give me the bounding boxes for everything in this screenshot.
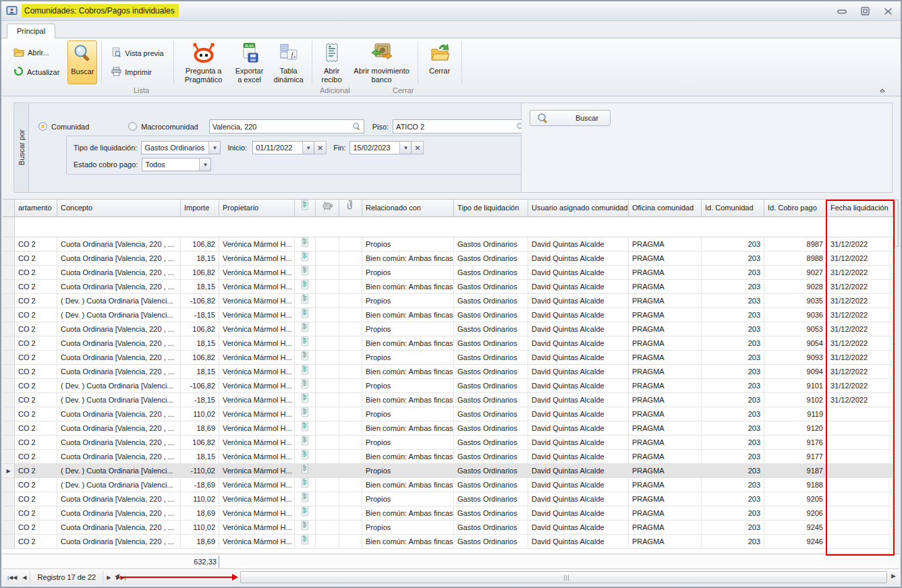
table-row[interactable]: CO 2Cuota Ordinaria [Valencia, 220 , ...… (3, 266, 899, 280)
cell-recibo[interactable] (295, 308, 316, 322)
cell-oficina[interactable]: PRAGMA (629, 252, 702, 266)
cell-propietario[interactable]: Verónica Mármol H... (219, 280, 295, 294)
abrir-button[interactable]: Abrir... (11, 46, 62, 59)
cell-oficina[interactable]: PRAGMA (629, 294, 702, 308)
cell-recibo[interactable] (295, 365, 316, 379)
maximize-icon[interactable] (859, 6, 871, 16)
clear-x-icon[interactable]: ✕ (314, 141, 327, 154)
cell-propietario[interactable]: Verónica Mármol H... (219, 464, 295, 478)
cell-tipo[interactable]: Gastos Ordinarios (454, 308, 528, 322)
cell-recibo[interactable] (295, 294, 316, 308)
cell-id_cobro[interactable]: 9205 (764, 492, 827, 506)
cell-propietario[interactable]: Verónica Mármol H... (219, 336, 295, 351)
cell-concepto[interactable]: Cuota Ordinaria [Valencia, 220 , ... (57, 535, 181, 549)
cell-departamento[interactable]: CO 2 (15, 351, 57, 365)
cell-concepto[interactable]: Cuota Ordinaria [Valencia, 220 , ... (57, 436, 181, 450)
comunidad-radio[interactable] (38, 122, 47, 131)
column-header-propietario[interactable]: Propietario (219, 199, 295, 217)
cell-relacionado[interactable]: Propios (362, 351, 454, 365)
cell-id_cobro[interactable]: 9187 (764, 464, 827, 478)
cell-departamento[interactable]: CO 2 (15, 506, 57, 521)
column-header-relacionado[interactable]: Relacionado con (362, 199, 454, 217)
cell-importe[interactable]: 110,02 (181, 521, 219, 535)
fin-date-input[interactable]: 15/02/2023 ▼ (349, 141, 412, 154)
cell-id_cobro[interactable]: 9094 (764, 365, 827, 379)
cell-relacionado[interactable]: Bien común: Ambas fincas (362, 308, 454, 322)
receipt-icon[interactable] (301, 436, 309, 450)
cell-importe[interactable]: 106,82 (181, 436, 219, 450)
cell-adjunto[interactable] (339, 535, 362, 549)
cell-id_cobro[interactable]: 9036 (764, 308, 827, 322)
cell-oficina[interactable]: PRAGMA (629, 535, 702, 549)
cell-oficina[interactable]: PRAGMA (629, 365, 702, 379)
column-header-adjunto[interactable] (339, 199, 362, 217)
cell-oficina[interactable]: PRAGMA (629, 521, 702, 535)
cell-importe[interactable]: 106,82 (181, 351, 219, 365)
cell-usuario[interactable]: David Quintas Alcalde (528, 407, 629, 421)
cell-id_comunidad[interactable]: 203 (702, 492, 764, 506)
cell-adjunto[interactable] (339, 436, 362, 450)
cell-tipo[interactable]: Gastos Ordinarios (454, 351, 528, 365)
column-header-recibo[interactable] (295, 199, 316, 217)
cell-importe[interactable]: -18,15 (181, 308, 219, 322)
cell-oficina[interactable]: PRAGMA (629, 450, 702, 464)
receipt-icon[interactable] (301, 379, 309, 393)
table-row[interactable]: CO 2Cuota Ordinaria [Valencia, 220 , ...… (3, 492, 899, 506)
cell-id_cobro[interactable]: 9188 (764, 478, 827, 492)
cell-usuario[interactable]: David Quintas Alcalde (528, 351, 629, 365)
cell-adjunto[interactable] (339, 351, 362, 365)
cell-recibo[interactable] (295, 280, 316, 294)
table-row[interactable]: CO 2( Dev. ) Cuota Ordinaria [Valenci...… (3, 393, 899, 407)
cell-recibo[interactable] (295, 322, 316, 336)
table-row[interactable]: CO 2Cuota Ordinaria [Valencia, 220 , ...… (3, 252, 899, 266)
receipt-icon[interactable] (301, 365, 309, 379)
cell-banco[interactable] (316, 308, 339, 322)
cell-importe[interactable]: -106,82 (181, 294, 219, 308)
cell-adjunto[interactable] (339, 393, 362, 407)
cell-departamento[interactable]: CO 2 (15, 336, 57, 351)
cell-banco[interactable] (316, 336, 339, 351)
cell-id_comunidad[interactable]: 203 (702, 436, 764, 450)
cell-propietario[interactable]: Verónica Mármol H... (219, 506, 295, 521)
cell-departamento[interactable]: CO 2 (15, 266, 57, 280)
cell-id_comunidad[interactable]: 203 (702, 252, 764, 266)
cell-adjunto[interactable] (339, 322, 362, 336)
cell-oficina[interactable]: PRAGMA (629, 379, 702, 393)
table-row[interactable]: CO 2Cuota Ordinaria [Valencia, 220 , ...… (3, 407, 899, 421)
cell-usuario[interactable]: David Quintas Alcalde (528, 521, 629, 535)
cell-concepto[interactable]: Cuota Ordinaria [Valencia, 220 , ... (57, 336, 181, 351)
table-row[interactable]: CO 2Cuota Ordinaria [Valencia, 220 , ...… (3, 351, 899, 365)
receipt-icon[interactable] (301, 294, 309, 308)
cell-departamento[interactable]: CO 2 (15, 436, 57, 450)
cell-recibo[interactable] (295, 252, 316, 266)
cell-tipo[interactable]: Gastos Ordinarios (454, 436, 528, 450)
table-row[interactable]: CO 2( Dev. ) Cuota Ordinaria [Valenci...… (3, 478, 899, 492)
scroll-left-icon[interactable]: ◀ (115, 572, 119, 579)
receipt-icon[interactable] (301, 450, 309, 464)
cell-recibo[interactable] (295, 464, 316, 478)
buscar-ribbon-button[interactable]: Buscar (67, 40, 97, 84)
cell-id_comunidad[interactable]: 203 (702, 393, 764, 407)
cell-usuario[interactable]: David Quintas Alcalde (528, 379, 629, 393)
cell-departamento[interactable]: CO 2 (15, 365, 57, 379)
cell-banco[interactable] (316, 478, 339, 492)
cell-oficina[interactable]: PRAGMA (629, 322, 702, 336)
column-header-tipo[interactable]: Tipo de liquidación (454, 199, 528, 217)
cell-adjunto[interactable] (339, 280, 362, 294)
cell-importe[interactable]: 18,15 (181, 252, 219, 266)
cell-departamento[interactable]: CO 2 (15, 464, 57, 478)
cell-banco[interactable] (316, 365, 339, 379)
cell-tipo[interactable]: Gastos Ordinarios (454, 379, 528, 393)
cell-recibo[interactable] (295, 478, 316, 492)
cell-importe[interactable]: 110,02 (181, 492, 219, 506)
receipt-icon[interactable] (301, 464, 309, 478)
cell-relacionado[interactable]: Propios (362, 379, 454, 393)
cell-importe[interactable]: -106,82 (181, 379, 219, 393)
cell-oficina[interactable]: PRAGMA (629, 421, 702, 436)
cell-id_comunidad[interactable]: 203 (702, 365, 764, 379)
abrir-recibo-button[interactable]: Abrir recibo (316, 40, 347, 84)
actualizar-button[interactable]: Actualizar (11, 65, 62, 79)
column-header-importe[interactable]: Importe (181, 199, 219, 217)
horizontal-scrollbar-thumb[interactable] (240, 571, 887, 583)
cell-departamento[interactable]: CO 2 (15, 478, 57, 492)
